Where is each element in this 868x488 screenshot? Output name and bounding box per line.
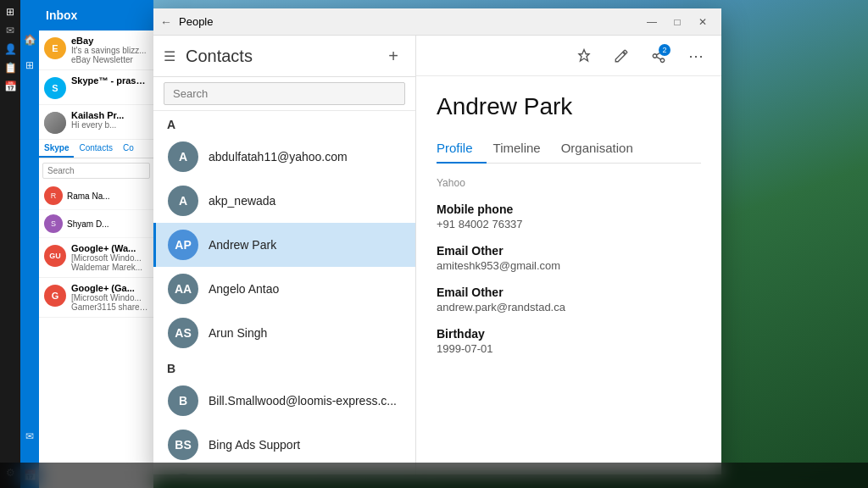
bing-name: Bing Ads Support [209, 438, 300, 452]
andrew-avatar: AP [168, 230, 198, 260]
angelo-name: Angelo Antao [209, 282, 279, 296]
kailash-avatar [44, 112, 66, 134]
abdulfatah-name: abdulfatah11@yahoo.com [209, 150, 348, 164]
arun-name: Arun Singh [209, 326, 267, 340]
mail-search-input[interactable] [42, 163, 150, 179]
share-count: 2 [659, 44, 670, 56]
field-birthday-value: 1999-07-01 [437, 342, 701, 355]
tab-profile[interactable]: Profile [437, 134, 487, 164]
people-icon[interactable]: 👤 [2, 41, 19, 58]
profile-pane: 2 ⋯ Andrew Park Profile Timeline Organis… [416, 36, 721, 474]
tab-timeline[interactable]: Timeline [493, 134, 554, 164]
field-email-1: Email Other amiteshk953@gmail.com [437, 244, 701, 272]
minimize-button[interactable]: — [640, 10, 664, 34]
skype-avatar: S [44, 77, 66, 99]
svg-point-1 [653, 53, 657, 58]
maximize-button[interactable]: □ [665, 10, 689, 34]
mail-item-kailash[interactable]: Kailash Pr... Hi every b... [39, 105, 153, 140]
akp-avatar: A [168, 186, 198, 216]
close-button[interactable]: ✕ [691, 10, 715, 34]
tab-co[interactable]: Co [118, 140, 139, 158]
andrew-name: Andrew Park [209, 238, 276, 252]
contact-andrew[interactable]: AP Andrew Park [153, 223, 415, 267]
contact-bing[interactable]: BS Bing Ads Support [153, 423, 415, 467]
window-title: People [179, 15, 640, 28]
ebay-avatar: E [44, 37, 66, 59]
window-body: ☰ Contacts + A A abdulfatah11@yahoo.com … [153, 36, 721, 474]
svg-point-2 [660, 58, 665, 63]
tab-organisation[interactable]: Organisation [561, 134, 647, 164]
more-button[interactable]: ⋯ [681, 41, 711, 71]
pin-button[interactable] [569, 41, 599, 71]
taskbar: ⊞ ✉ 👤 📋 📅 ⚙ [0, 0, 20, 488]
field-birthday-label: Birthday [437, 327, 701, 341]
svg-line-3 [656, 57, 660, 59]
mail-item-googlewa[interactable]: GU Google+ (Wa... [Microsoft Windo... Wa… [39, 238, 153, 278]
ebay-sub: eBay Newsletter [71, 55, 148, 64]
ebay-content: eBay It's a savings blizz... eBay Newsle… [71, 36, 148, 64]
contact-arun[interactable]: AS Arun Singh [153, 311, 415, 355]
tab-contacts[interactable]: Contacts [74, 140, 117, 158]
googlewa-sender: Google+ (Wa... [71, 243, 148, 253]
googlega-content: Google+ (Ga... [Microsoft Windo... Gamer… [71, 283, 148, 312]
profile-toolbar: 2 ⋯ [416, 36, 721, 76]
rama-avatar: R [44, 186, 63, 205]
ebay-preview: It's a savings blizz... [71, 46, 148, 55]
googlega-preview: [Microsoft Windo... [71, 293, 148, 302]
mail-icon[interactable]: ✉ [2, 22, 19, 39]
googlega-sender: Google+ (Ga... [71, 283, 148, 293]
field-mobile-value: +91 84002 76337 [437, 218, 701, 230]
contact-abdulfatah[interactable]: A abdulfatah11@yahoo.com [153, 135, 415, 179]
angelo-avatar: AA [168, 274, 198, 304]
window-titlebar: ← People — □ ✕ [153, 8, 721, 36]
contacts-pane: ☰ Contacts + A A abdulfatah11@yahoo.com … [153, 36, 416, 474]
bottom-taskbar [0, 463, 868, 488]
hamburger-icon[interactable]: ☰ [164, 48, 175, 64]
contact-bill[interactable]: B Bill.Smallwood@loomis-express.c... [153, 379, 415, 423]
googlewa-avatar: GU [44, 245, 66, 267]
skype-sender: Skype™ - prasadka... [71, 75, 148, 86]
edit-button[interactable] [606, 41, 637, 71]
kailash-sender: Kailash Pr... [71, 110, 148, 120]
profile-name: Andrew Park [437, 93, 701, 120]
mail-header: Inbox [39, 0, 153, 30]
tab-skype[interactable]: Skype [39, 140, 74, 158]
googlega-sub: Gamer3115 shared a post with Microsoft V… [71, 302, 148, 312]
back-button[interactable]: ← [160, 15, 172, 29]
field-email2-label: Email Other [437, 286, 701, 299]
googlewa-content: Google+ (Wa... [Microsoft Windo... Walde… [71, 243, 148, 272]
abdulfatah-avatar: A [168, 141, 198, 172]
mail-item-ebay[interactable]: E eBay It's a savings blizz... eBay News… [39, 30, 153, 70]
field-mobile-phone: Mobile phone +91 84002 76337 [437, 202, 701, 230]
notes-icon[interactable]: 📋 [2, 59, 19, 76]
people-window: ← People — □ ✕ ☰ Contacts + A A ab [153, 8, 721, 474]
field-email1-label: Email Other [437, 244, 701, 258]
field-email-2: Email Other andrew.park@randstad.ca [437, 286, 701, 313]
field-birthday: Birthday 1999-07-01 [437, 327, 701, 355]
calendar-icon[interactable]: 📅 [2, 78, 19, 95]
contact-rama[interactable]: R Rama Na... [39, 182, 153, 210]
contact-shyam[interactable]: S Shyam D... [39, 210, 153, 238]
mail-item-googlega[interactable]: G Google+ (Ga... [Microsoft Windo... Gam… [39, 278, 153, 318]
googlewa-preview: [Microsoft Windo... [71, 253, 148, 263]
akp-name: akp_newada [209, 194, 275, 208]
start-icon[interactable]: ⊞ [2, 3, 19, 20]
contact-list-small: R Rama Na... S Shyam D... [39, 182, 153, 238]
share-button[interactable]: 2 [643, 41, 674, 71]
mail-sidebar: 🏠 ⊞ ✉ 📅 [20, 0, 39, 488]
contacts-list: A A abdulfatah11@yahoo.com A akp_newada … [153, 111, 415, 474]
contact-akp[interactable]: A akp_newada [153, 179, 415, 223]
mail-tabs: Skype Contacts Co [39, 140, 153, 158]
mail-sidebar-envelope[interactable]: ✉ [25, 430, 34, 442]
mail-sidebar-grid[interactable]: ⊞ [25, 59, 34, 71]
bing-avatar: BS [168, 430, 198, 460]
profile-tabs: Profile Timeline Organisation [437, 134, 701, 164]
mail-item-skype[interactable]: S Skype™ - prasadka... [39, 70, 153, 105]
shyam-name: Shyam D... [67, 219, 108, 229]
profile-source: Yahoo [437, 177, 701, 189]
add-contact-button[interactable]: + [381, 44, 405, 68]
contact-angelo[interactable]: AA Angelo Antao [153, 267, 415, 311]
contacts-search-input[interactable] [164, 82, 405, 105]
field-email1-value: amiteshk953@gmail.com [437, 259, 701, 272]
mail-sidebar-home[interactable]: 🏠 [24, 34, 36, 46]
